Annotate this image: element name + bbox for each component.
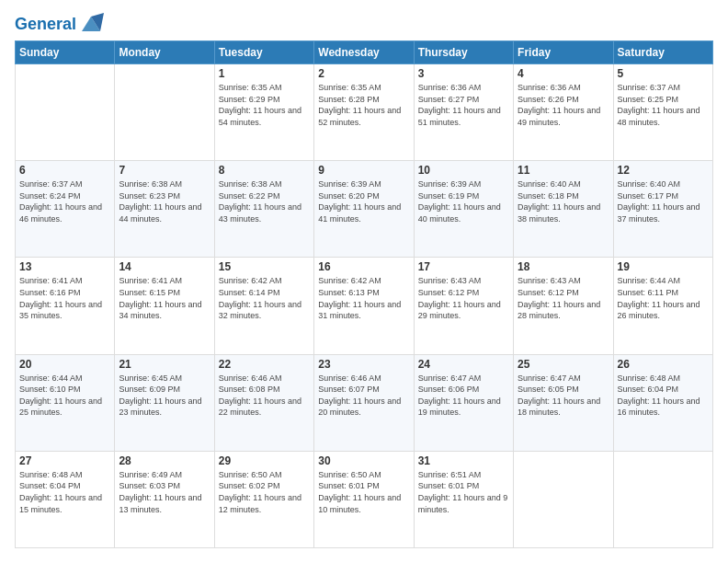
day-info: Sunrise: 6:36 AM Sunset: 6:26 PM Dayligh… bbox=[518, 82, 609, 128]
day-number: 7 bbox=[119, 164, 210, 177]
day-number: 4 bbox=[518, 67, 609, 80]
calendar-cell: 2Sunrise: 6:35 AM Sunset: 6:28 PM Daylig… bbox=[314, 64, 414, 161]
calendar-cell: 28Sunrise: 6:49 AM Sunset: 6:03 PM Dayli… bbox=[115, 451, 214, 547]
day-number: 10 bbox=[418, 164, 509, 177]
logo: General bbox=[15, 15, 104, 31]
weekday-header-thursday: Thursday bbox=[414, 41, 513, 64]
day-number: 11 bbox=[518, 164, 609, 177]
calendar-cell: 1Sunrise: 6:35 AM Sunset: 6:29 PM Daylig… bbox=[214, 64, 313, 161]
calendar-cell: 14Sunrise: 6:41 AM Sunset: 6:15 PM Dayli… bbox=[115, 258, 214, 354]
day-info: Sunrise: 6:47 AM Sunset: 6:06 PM Dayligh… bbox=[418, 373, 509, 419]
day-number: 9 bbox=[318, 164, 409, 177]
day-info: Sunrise: 6:48 AM Sunset: 6:04 PM Dayligh… bbox=[618, 373, 709, 419]
day-number: 6 bbox=[19, 164, 110, 177]
day-number: 8 bbox=[219, 164, 310, 177]
calendar-cell: 22Sunrise: 6:46 AM Sunset: 6:08 PM Dayli… bbox=[214, 354, 313, 451]
day-info: Sunrise: 6:48 AM Sunset: 6:04 PM Dayligh… bbox=[19, 469, 110, 515]
day-number: 18 bbox=[518, 260, 609, 273]
day-info: Sunrise: 6:35 AM Sunset: 6:28 PM Dayligh… bbox=[318, 82, 409, 128]
day-number: 31 bbox=[418, 454, 509, 467]
day-number: 21 bbox=[119, 358, 210, 371]
day-number: 13 bbox=[19, 260, 110, 273]
calendar-cell: 25Sunrise: 6:47 AM Sunset: 6:05 PM Dayli… bbox=[514, 354, 613, 451]
day-info: Sunrise: 6:43 AM Sunset: 6:12 PM Dayligh… bbox=[518, 275, 609, 321]
logo-text: General bbox=[15, 15, 76, 35]
day-number: 16 bbox=[318, 260, 409, 273]
day-info: Sunrise: 6:49 AM Sunset: 6:03 PM Dayligh… bbox=[119, 469, 210, 515]
calendar-cell: 8Sunrise: 6:38 AM Sunset: 6:22 PM Daylig… bbox=[214, 161, 313, 258]
day-info: Sunrise: 6:39 AM Sunset: 6:20 PM Dayligh… bbox=[318, 178, 409, 224]
day-info: Sunrise: 6:43 AM Sunset: 6:12 PM Dayligh… bbox=[418, 275, 509, 321]
day-info: Sunrise: 6:35 AM Sunset: 6:29 PM Dayligh… bbox=[219, 82, 310, 128]
calendar-cell bbox=[613, 451, 712, 547]
day-info: Sunrise: 6:40 AM Sunset: 6:18 PM Dayligh… bbox=[518, 178, 609, 224]
day-number: 2 bbox=[318, 67, 409, 80]
day-number: 5 bbox=[618, 67, 709, 80]
day-number: 22 bbox=[219, 358, 310, 371]
calendar-table: SundayMondayTuesdayWednesdayThursdayFrid… bbox=[15, 40, 713, 548]
weekday-header-sunday: Sunday bbox=[16, 41, 115, 64]
day-number: 30 bbox=[318, 454, 409, 467]
calendar-cell: 16Sunrise: 6:42 AM Sunset: 6:13 PM Dayli… bbox=[314, 258, 414, 354]
calendar-cell: 19Sunrise: 6:44 AM Sunset: 6:11 PM Dayli… bbox=[613, 258, 712, 354]
calendar-cell: 7Sunrise: 6:38 AM Sunset: 6:23 PM Daylig… bbox=[115, 161, 214, 258]
calendar-cell: 6Sunrise: 6:37 AM Sunset: 6:24 PM Daylig… bbox=[16, 161, 115, 258]
day-info: Sunrise: 6:45 AM Sunset: 6:09 PM Dayligh… bbox=[119, 373, 210, 419]
day-number: 20 bbox=[19, 358, 110, 371]
calendar-cell: 9Sunrise: 6:39 AM Sunset: 6:20 PM Daylig… bbox=[314, 161, 414, 258]
header: General bbox=[15, 15, 713, 31]
calendar-cell bbox=[16, 64, 115, 161]
calendar-cell: 3Sunrise: 6:36 AM Sunset: 6:27 PM Daylig… bbox=[414, 64, 513, 161]
day-number: 24 bbox=[418, 358, 509, 371]
day-number: 1 bbox=[219, 67, 310, 80]
calendar-cell: 27Sunrise: 6:48 AM Sunset: 6:04 PM Dayli… bbox=[16, 451, 115, 547]
day-info: Sunrise: 6:41 AM Sunset: 6:16 PM Dayligh… bbox=[19, 275, 110, 321]
weekday-header-row: SundayMondayTuesdayWednesdayThursdayFrid… bbox=[16, 41, 713, 64]
day-info: Sunrise: 6:44 AM Sunset: 6:10 PM Dayligh… bbox=[19, 373, 110, 419]
day-number: 15 bbox=[219, 260, 310, 273]
calendar-cell: 18Sunrise: 6:43 AM Sunset: 6:12 PM Dayli… bbox=[514, 258, 613, 354]
calendar-cell: 21Sunrise: 6:45 AM Sunset: 6:09 PM Dayli… bbox=[115, 354, 214, 451]
logo-icon bbox=[78, 13, 104, 35]
calendar-cell: 17Sunrise: 6:43 AM Sunset: 6:12 PM Dayli… bbox=[414, 258, 513, 354]
calendar-cell: 5Sunrise: 6:37 AM Sunset: 6:25 PM Daylig… bbox=[613, 64, 712, 161]
calendar-week-4: 20Sunrise: 6:44 AM Sunset: 6:10 PM Dayli… bbox=[16, 354, 713, 451]
day-info: Sunrise: 6:50 AM Sunset: 6:02 PM Dayligh… bbox=[219, 469, 310, 515]
weekday-header-wednesday: Wednesday bbox=[314, 41, 414, 64]
day-info: Sunrise: 6:38 AM Sunset: 6:23 PM Dayligh… bbox=[119, 178, 210, 224]
calendar-cell: 11Sunrise: 6:40 AM Sunset: 6:18 PM Dayli… bbox=[514, 161, 613, 258]
weekday-header-tuesday: Tuesday bbox=[214, 41, 313, 64]
day-number: 23 bbox=[318, 358, 409, 371]
day-number: 3 bbox=[418, 67, 509, 80]
calendar-cell: 24Sunrise: 6:47 AM Sunset: 6:06 PM Dayli… bbox=[414, 354, 513, 451]
day-number: 19 bbox=[618, 260, 709, 273]
day-number: 14 bbox=[119, 260, 210, 273]
calendar-week-3: 13Sunrise: 6:41 AM Sunset: 6:16 PM Dayli… bbox=[16, 258, 713, 354]
day-info: Sunrise: 6:46 AM Sunset: 6:08 PM Dayligh… bbox=[219, 373, 310, 419]
day-number: 25 bbox=[518, 358, 609, 371]
day-info: Sunrise: 6:42 AM Sunset: 6:14 PM Dayligh… bbox=[219, 275, 310, 321]
calendar-cell: 23Sunrise: 6:46 AM Sunset: 6:07 PM Dayli… bbox=[314, 354, 414, 451]
day-info: Sunrise: 6:47 AM Sunset: 6:05 PM Dayligh… bbox=[518, 373, 609, 419]
day-info: Sunrise: 6:46 AM Sunset: 6:07 PM Dayligh… bbox=[318, 373, 409, 419]
day-info: Sunrise: 6:50 AM Sunset: 6:01 PM Dayligh… bbox=[318, 469, 409, 515]
calendar-week-2: 6Sunrise: 6:37 AM Sunset: 6:24 PM Daylig… bbox=[16, 161, 713, 258]
calendar-week-5: 27Sunrise: 6:48 AM Sunset: 6:04 PM Dayli… bbox=[16, 451, 713, 547]
day-info: Sunrise: 6:40 AM Sunset: 6:17 PM Dayligh… bbox=[618, 178, 709, 224]
day-info: Sunrise: 6:37 AM Sunset: 6:25 PM Dayligh… bbox=[618, 82, 709, 128]
day-number: 29 bbox=[219, 454, 310, 467]
day-info: Sunrise: 6:51 AM Sunset: 6:01 PM Dayligh… bbox=[418, 469, 509, 515]
calendar-cell: 10Sunrise: 6:39 AM Sunset: 6:19 PM Dayli… bbox=[414, 161, 513, 258]
calendar-cell: 26Sunrise: 6:48 AM Sunset: 6:04 PM Dayli… bbox=[613, 354, 712, 451]
day-info: Sunrise: 6:38 AM Sunset: 6:22 PM Dayligh… bbox=[219, 178, 310, 224]
day-number: 17 bbox=[418, 260, 509, 273]
day-number: 28 bbox=[119, 454, 210, 467]
day-number: 27 bbox=[19, 454, 110, 467]
calendar-cell: 31Sunrise: 6:51 AM Sunset: 6:01 PM Dayli… bbox=[414, 451, 513, 547]
day-info: Sunrise: 6:42 AM Sunset: 6:13 PM Dayligh… bbox=[318, 275, 409, 321]
day-number: 26 bbox=[618, 358, 709, 371]
calendar-cell: 20Sunrise: 6:44 AM Sunset: 6:10 PM Dayli… bbox=[16, 354, 115, 451]
day-info: Sunrise: 6:37 AM Sunset: 6:24 PM Dayligh… bbox=[19, 178, 110, 224]
day-info: Sunrise: 6:36 AM Sunset: 6:27 PM Dayligh… bbox=[418, 82, 509, 128]
page: General SundayMondayTuesdayWednesdayThur… bbox=[0, 0, 728, 563]
